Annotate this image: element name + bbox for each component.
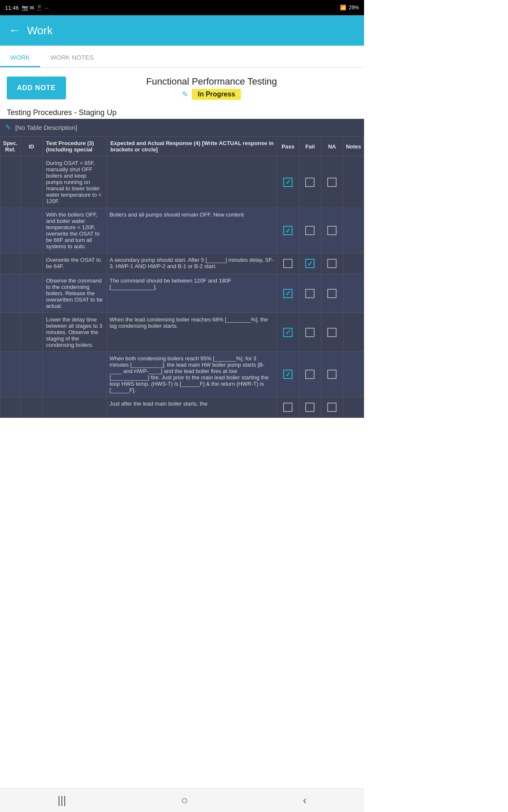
table-desc-bar: ✎ [No Table Description] xyxy=(0,119,364,136)
cell-id xyxy=(20,313,42,352)
cell-pass[interactable] xyxy=(277,397,299,418)
checkbox-na[interactable] xyxy=(327,403,337,412)
cell-spec-ref xyxy=(0,352,21,397)
cell-pass[interactable] xyxy=(277,253,299,274)
tab-work-notes[interactable]: WORK NOTES xyxy=(40,54,104,67)
checkbox-fail[interactable] xyxy=(305,370,315,379)
checkbox-pass[interactable] xyxy=(283,259,293,268)
cell-id xyxy=(20,274,42,313)
checkbox-na[interactable] xyxy=(327,226,337,235)
checkbox-pass[interactable] xyxy=(283,178,293,187)
cell-pass[interactable] xyxy=(277,156,299,208)
header-row: ADD NOTE Functional Performance Testing … xyxy=(7,76,357,100)
nav-home-button[interactable]: ○ xyxy=(181,794,188,807)
cell-pass[interactable] xyxy=(277,274,299,313)
table-desc-text: [No Table Description] xyxy=(15,124,77,131)
cell-expected: Boilers and all pumps should remain OFF.… xyxy=(107,208,277,253)
page-title: Functional Performance Testing xyxy=(66,76,357,87)
checkbox-na[interactable] xyxy=(327,259,337,268)
checkbox-na[interactable] xyxy=(327,370,337,379)
back-button[interactable]: ← xyxy=(8,24,20,37)
app-bar: ← Work xyxy=(0,15,364,46)
cell-test-proc xyxy=(42,397,107,418)
status-time: 11:46 xyxy=(5,5,19,11)
cell-expected: The command should be between 120F and 1… xyxy=(107,274,277,313)
cell-test-proc xyxy=(42,352,107,397)
cell-notes xyxy=(343,313,364,352)
cell-fail[interactable] xyxy=(299,313,321,352)
cell-na[interactable] xyxy=(321,253,343,274)
checkbox-fail[interactable] xyxy=(305,289,315,298)
cell-notes xyxy=(343,156,364,208)
col-header-na: NA xyxy=(321,137,343,156)
cell-pass[interactable] xyxy=(277,208,299,253)
cell-fail[interactable] xyxy=(299,253,321,274)
status-icons: 📷 ✉ 📱 ··· xyxy=(22,5,49,11)
col-header-spec-ref: Spec. Ref. xyxy=(0,137,21,156)
checkbox-fail[interactable] xyxy=(305,259,315,268)
app-title: Work xyxy=(27,24,52,37)
checkbox-fail[interactable] xyxy=(305,403,315,412)
col-header-fail: Fail xyxy=(299,137,321,156)
cell-fail[interactable] xyxy=(299,352,321,397)
main-table: Spec. Ref. ID Test Procedure (3) (includ… xyxy=(0,136,364,418)
cell-id xyxy=(20,156,42,208)
cell-test-proc: Lower the delay time between all stages … xyxy=(42,313,107,352)
cell-spec-ref xyxy=(0,156,21,208)
cell-id xyxy=(20,253,42,274)
checkbox-na[interactable] xyxy=(327,328,337,337)
nav-menu-button[interactable]: ||| xyxy=(58,794,66,807)
checkbox-na[interactable] xyxy=(327,178,337,187)
cell-id xyxy=(20,208,42,253)
cell-na[interactable] xyxy=(321,397,343,418)
cell-na[interactable] xyxy=(321,156,343,208)
cell-na[interactable] xyxy=(321,352,343,397)
nav-back-button[interactable]: ‹ xyxy=(303,794,306,807)
cell-pass[interactable] xyxy=(277,313,299,352)
table-row: Observe the command to the condensing bo… xyxy=(0,274,364,313)
cell-test-proc: Observe the command to the condensing bo… xyxy=(42,274,107,313)
cell-id xyxy=(20,397,42,418)
checkbox-pass[interactable] xyxy=(283,226,293,235)
checkbox-pass[interactable] xyxy=(283,328,293,337)
tab-work[interactable]: WORK xyxy=(0,54,40,67)
cell-test-proc: Overwrite the OSAT to be 64F. xyxy=(42,253,107,274)
add-note-button[interactable]: ADD NOTE xyxy=(7,77,66,99)
cell-notes xyxy=(343,274,364,313)
cell-test-proc: With the boilers OFF, and boiler water t… xyxy=(42,208,107,253)
checkbox-pass[interactable] xyxy=(283,289,293,298)
status-bar-left: 11:46 📷 ✉ 📱 ··· xyxy=(5,5,49,11)
col-header-id: ID xyxy=(20,137,42,156)
cell-pass[interactable] xyxy=(277,352,299,397)
checkbox-fail[interactable] xyxy=(305,178,315,187)
battery-label: 29% xyxy=(349,5,359,11)
cell-na[interactable] xyxy=(321,313,343,352)
cell-notes xyxy=(343,352,364,397)
cell-notes xyxy=(343,208,364,253)
edit-status-icon[interactable]: ✎ xyxy=(182,90,188,99)
table-edit-icon[interactable]: ✎ xyxy=(5,123,11,132)
cell-expected: When the lead condensing boiler reaches … xyxy=(107,313,277,352)
cell-na[interactable] xyxy=(321,208,343,253)
cell-fail[interactable] xyxy=(299,397,321,418)
cell-test-proc: During OSAT < 65F, manually shut OFF boi… xyxy=(42,156,107,208)
checkbox-pass[interactable] xyxy=(283,403,293,412)
cell-fail[interactable] xyxy=(299,208,321,253)
checkbox-pass[interactable] xyxy=(283,370,293,379)
table-row: Lower the delay time between all stages … xyxy=(0,313,364,352)
cell-spec-ref xyxy=(0,253,21,274)
col-header-expected: Expected and Actual Response (4) [Write … xyxy=(107,137,277,156)
cell-spec-ref xyxy=(0,397,21,418)
table-row: When both condensing boilers reach 95% [… xyxy=(0,352,364,397)
checkbox-fail[interactable] xyxy=(305,226,315,235)
checkbox-na[interactable] xyxy=(327,289,337,298)
table-row: Overwrite the OSAT to be 64F.A secondary… xyxy=(0,253,364,274)
nav-bar: ||| ○ ‹ xyxy=(0,788,364,812)
status-row: ✎ In Progress xyxy=(66,89,357,100)
cell-spec-ref xyxy=(0,274,21,313)
cell-fail[interactable] xyxy=(299,274,321,313)
cell-na[interactable] xyxy=(321,274,343,313)
cell-fail[interactable] xyxy=(299,156,321,208)
cell-notes xyxy=(343,253,364,274)
checkbox-fail[interactable] xyxy=(305,328,315,337)
